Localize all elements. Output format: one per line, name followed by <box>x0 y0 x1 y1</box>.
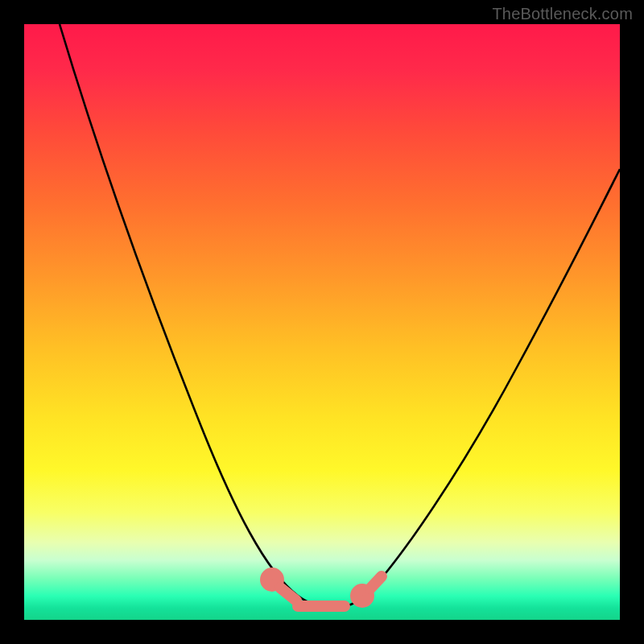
min-marker-group <box>266 573 382 606</box>
min-marker-seg-left <box>280 588 296 601</box>
min-marker-seg-right <box>370 576 382 588</box>
bottleneck-curve <box>60 24 620 608</box>
chart-frame: TheBottleneck.com <box>0 0 644 644</box>
watermark-text: TheBottleneck.com <box>492 5 633 23</box>
plot-area <box>24 24 620 620</box>
curve-layer <box>24 24 620 620</box>
